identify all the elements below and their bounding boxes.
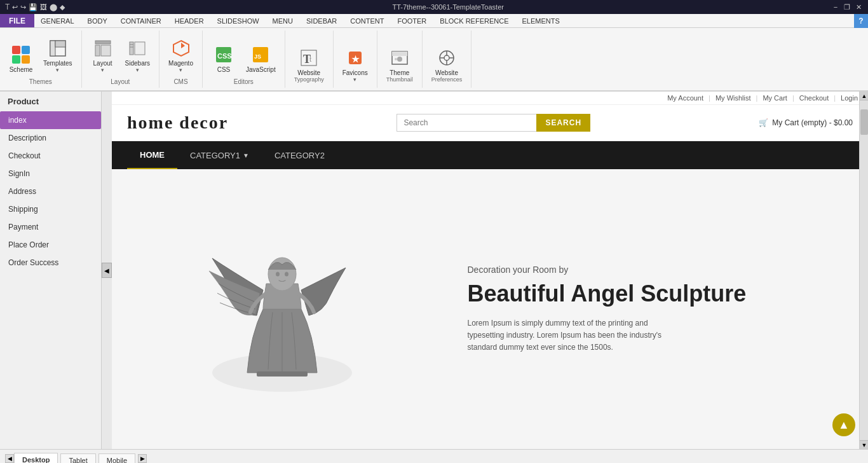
css-icon: CSS (214, 45, 234, 65)
favicons-icon: ★ (345, 48, 365, 68)
menu-general[interactable]: GENERAL (34, 14, 81, 27)
layout-icon (93, 38, 113, 59)
toolbar-icon-save[interactable]: 💾 (29, 3, 37, 11)
collapse-button[interactable]: ◀ (102, 263, 112, 278)
sidebar-item-signin[interactable]: SignIn (0, 165, 101, 183)
menu-elements[interactable]: ELEMENTS (516, 14, 567, 27)
svg-rect-7 (135, 42, 145, 55)
hero-text: Decoration your Room by Beautiful Angel … (452, 249, 869, 370)
templates-label: Templates (43, 60, 72, 67)
preview-scrollbar: ▲ ▼ (859, 92, 868, 449)
magento-icon (171, 38, 191, 59)
scheme-button[interactable]: Scheme (5, 42, 37, 76)
themes-group-label: Themes (29, 78, 52, 85)
toolbar-icon-undo[interactable]: ↩ (12, 3, 18, 11)
website-typography-sublabel: Typography (294, 76, 324, 83)
svg-rect-1 (50, 41, 55, 56)
toolbar-group-layout: Layout ▾ Sidebars ▾ Layout (82, 31, 159, 88)
toolbar-icon-redo[interactable]: ↪ (20, 3, 26, 11)
theme-thumbnail-sublabel: Thumbnail (386, 76, 413, 83)
toolbar-icon-magento[interactable]: ◆ (60, 3, 65, 11)
checkout-link[interactable]: Checkout (799, 94, 829, 102)
sidebar-item-address[interactable]: Address (0, 183, 101, 200)
restore-button[interactable]: ❐ (843, 3, 851, 11)
scrollbar-up-button[interactable]: ▲ (860, 92, 868, 100)
menu-slideshow[interactable]: SLIDESHOW (211, 14, 266, 27)
cart-info[interactable]: 🛒 My Cart (empty) - $0.00 (759, 118, 853, 127)
toolbar: Scheme Templates ▾ Themes (0, 28, 868, 92)
layout-group-label: Layout (111, 78, 130, 85)
preview-scroll-right[interactable]: ▶ (138, 454, 147, 463)
scroll-top-button[interactable]: ▲ (832, 413, 855, 436)
login-link[interactable]: Login (841, 94, 858, 102)
editors-group-label: Editors (234, 78, 254, 85)
magento-label: Magento (168, 60, 193, 67)
sidebar-item-shipping[interactable]: Shipping (0, 200, 101, 218)
menu-content[interactable]: CONTENT (344, 14, 391, 27)
sidebar-item-index[interactable]: index (0, 111, 101, 129)
title-bar-icons: T ↩ ↪ 💾 🖼 ⬤ ◆ (5, 3, 65, 11)
main-area: Product index Description Checkout SignI… (0, 92, 868, 449)
preview-topbar: My Account | My Wishlist | My Cart | Che… (112, 92, 868, 105)
hero-image (200, 220, 365, 398)
sidebar-item-checkout[interactable]: Checkout (0, 147, 101, 165)
css-button[interactable]: CSS CSS (208, 42, 240, 76)
scrollbar-down-button[interactable]: ▼ (860, 440, 868, 449)
menu-sidebar[interactable]: SIDEBAR (300, 14, 344, 27)
cms-group-label: CMS (173, 78, 187, 85)
site-logo: home decor (127, 113, 228, 133)
close-button[interactable]: ✕ (854, 3, 863, 11)
my-wishlist-link[interactable]: My Wishlist (715, 94, 751, 102)
preview-scroll-left[interactable]: ◀ (5, 454, 14, 463)
scrollbar-thumb[interactable] (860, 109, 868, 135)
title-bar: T ↩ ↪ 💾 🖼 ⬤ ◆ TT-7theme--30061-TemplateT… (0, 0, 868, 14)
tab-mobile[interactable]: Mobile (98, 453, 135, 463)
tab-desktop[interactable]: Desktop (14, 453, 58, 463)
menu-header[interactable]: HEADER (168, 14, 211, 27)
javascript-icon: JS (250, 45, 271, 65)
window-title: TT-7theme--30061-TemplateToaster (65, 3, 831, 11)
hero-title: Beautiful Angel Sculpture (468, 280, 853, 307)
sidebar-item-place-order[interactable]: Place Order (0, 236, 101, 254)
svg-point-32 (268, 258, 296, 291)
svg-text:JS: JS (254, 53, 261, 60)
sidebar-title: Product (0, 92, 101, 111)
javascript-label: JavaScript (246, 66, 276, 73)
svg-rect-4 (95, 45, 100, 56)
website-typography-button[interactable]: T t Website Typography (290, 45, 328, 85)
my-cart-link[interactable]: My Cart (763, 94, 787, 102)
my-account-link[interactable]: My Account (667, 94, 703, 102)
file-menu-button[interactable]: FILE (0, 14, 34, 27)
sidebars-button[interactable]: Sidebars ▾ (121, 36, 154, 76)
nav-category2[interactable]: CATEGORY2 (262, 141, 337, 169)
svg-marker-11 (181, 43, 185, 48)
website-preferences-button[interactable]: Website Preferences (428, 45, 466, 85)
help-button[interactable]: ? (854, 14, 868, 28)
magento-button[interactable]: Magento ▾ (165, 36, 197, 76)
toolbar-icon-image[interactable]: 🖼 (40, 3, 47, 11)
theme-thumbnail-icon (390, 48, 410, 68)
favicons-button[interactable]: ★ Favicons ▾ (339, 45, 372, 85)
search-button[interactable]: SEARCH (536, 114, 590, 132)
toolbar-icon-circle[interactable]: ⬤ (50, 3, 57, 11)
nav-home[interactable]: HOME (127, 141, 177, 169)
minimize-button[interactable]: − (831, 3, 840, 11)
preview-content: My Account | My Wishlist | My Cart | Che… (112, 92, 868, 449)
sidebar-item-payment[interactable]: Payment (0, 218, 101, 236)
nav-category1[interactable]: CATEGORY1 ▼ (177, 141, 262, 169)
menu-menu[interactable]: MENU (266, 14, 300, 27)
templates-button[interactable]: Templates ▾ (39, 36, 76, 76)
menu-footer[interactable]: FOOTER (391, 14, 433, 27)
menu-body[interactable]: BODY (81, 14, 114, 27)
preview-header: home decor SEARCH 🛒 My Cart (empty) - $0… (112, 105, 868, 141)
javascript-button[interactable]: JS JavaScript (242, 42, 280, 76)
tab-tablet[interactable]: Tablet (60, 453, 95, 463)
search-input[interactable] (397, 114, 536, 132)
layout-button[interactable]: Layout ▾ (87, 36, 119, 76)
menu-block-reference[interactable]: BLOCK REFERENCE (433, 14, 515, 27)
theme-thumbnail-button[interactable]: Theme Thumbnail (383, 45, 417, 85)
menu-container[interactable]: CONTAINER (114, 14, 168, 27)
sidebar-item-order-success[interactable]: Order Success (0, 254, 101, 272)
sidebar-item-description[interactable]: Description (0, 129, 101, 147)
svg-point-24 (395, 58, 397, 60)
